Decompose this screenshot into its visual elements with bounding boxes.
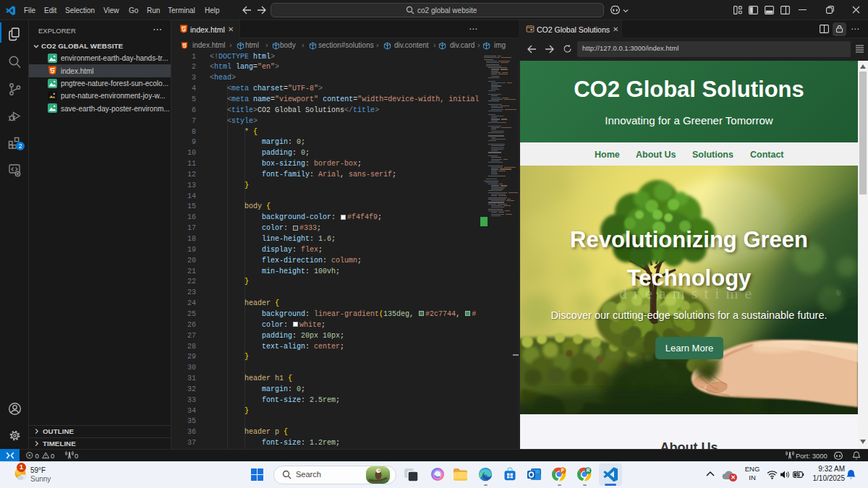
svg-text:R: R — [587, 468, 590, 473]
svg-text:P: P — [561, 468, 565, 473]
